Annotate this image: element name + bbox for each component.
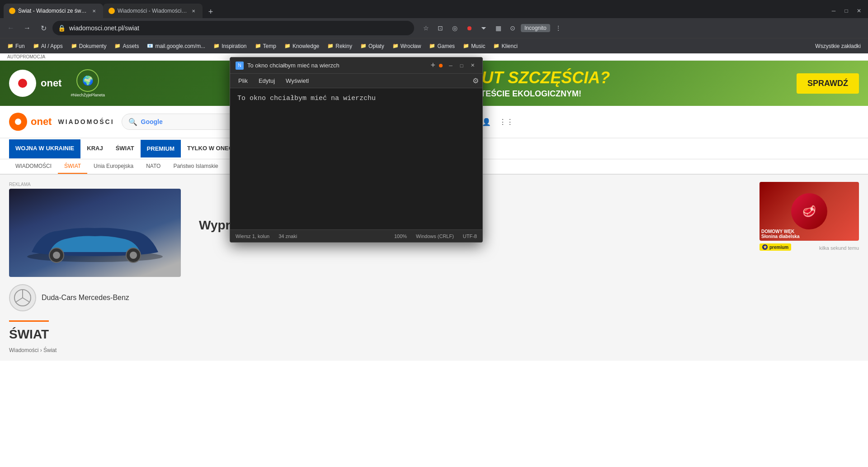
bookmark-assets-label: Assets — [123, 43, 139, 49]
notepad-new-tab-button[interactable]: + — [430, 61, 435, 70]
bookmark-wroclaw[interactable]: 📁 Wrocław — [389, 41, 425, 51]
profile-button[interactable]: ⊙ — [506, 22, 519, 34]
bookmark-klienci-label: Klienci — [501, 43, 517, 49]
tab-favicon-1 — [9, 8, 15, 14]
all-bookmarks-label: Wszystkie zakładki — [815, 43, 861, 49]
bookmark-mail-label: mail.google.com/m... — [155, 43, 205, 49]
bookmark-inspiration[interactable]: 📁 Inspiration — [210, 41, 250, 51]
notepad-menu-edytuj[interactable]: Edytuj — [254, 76, 279, 86]
bookmark-games[interactable]: 📁 Games — [425, 41, 458, 51]
window-controls: ─ □ ✕ — [828, 5, 864, 18]
sub-nav-nato[interactable]: NATO — [140, 159, 167, 174]
notepad-status-row: Wiersz 1, kolun — [236, 234, 269, 239]
sub-nav-panstwo[interactable]: Państwo Islamskie — [167, 159, 224, 174]
content-left: REKLAMA — [9, 182, 181, 353]
bookmark-wroclaw-label: Wrocław — [401, 43, 421, 49]
bookmark-rekiny-label: Rekiny — [335, 43, 352, 49]
folder-icon-11: 📁 — [392, 43, 399, 49]
folder-icon-12: 📁 — [429, 43, 435, 49]
folder-icon-8: 📁 — [284, 43, 291, 49]
back-button[interactable]: ← — [4, 21, 18, 35]
content-area: AUTOPROMOCJA onet 🌍 #NiechŻyjePlaneta — [0, 53, 868, 467]
extension-icon-2[interactable]: ◎ — [448, 22, 461, 34]
sub-nav-swiat[interactable]: ŚWIAT — [58, 159, 87, 174]
notepad-title: To okno chciałbym mieć na wierzch — [247, 62, 427, 69]
nav-kraj[interactable]: KRAJ — [80, 139, 109, 158]
swiat-heading: ŚWIAT — [9, 320, 49, 343]
svg-line-7 — [15, 298, 23, 302]
sub-nav-wiadomosci[interactable]: WIADOMOŚCI — [9, 159, 58, 174]
autopromocja-label: AUTOPROMOCJA — [7, 54, 45, 59]
premium-tag-label: premium — [769, 245, 788, 250]
planet-logo: 🌍 #NiechŻyjePlaneta — [71, 69, 105, 97]
onet-website: AUTOPROMOCJA onet 🌍 #NiechŻyjePlaneta — [0, 53, 868, 467]
onet-logo-onet: onet — [31, 116, 52, 128]
premium-dot-small: ⭐ — [762, 244, 768, 250]
tab-close-2[interactable]: ✕ — [190, 7, 197, 14]
maximize-button[interactable]: □ — [841, 5, 852, 16]
notepad-menu-plik[interactable]: Plik — [234, 76, 252, 86]
sub-nav-unia[interactable]: Unia Europejska — [87, 159, 140, 174]
bookmark-assets[interactable]: 📁 Assets — [111, 41, 142, 51]
bookmark-klienci[interactable]: 📁 Klienci — [490, 41, 521, 51]
tab-title-1: Świat - Wiadomości ze świata -... — [18, 8, 88, 14]
notepad-menu-wyswietl[interactable]: Wyświetl — [281, 76, 313, 86]
minimize-button[interactable]: ─ — [828, 5, 839, 16]
forward-button[interactable]: → — [20, 21, 34, 35]
address-bar[interactable]: 🔒 wiadomosci.onet.pl/swiat — [52, 21, 414, 35]
folder-icon: 📁 — [7, 43, 14, 49]
new-tab-button[interactable]: + — [204, 5, 217, 18]
folder-icon-14: 📁 — [493, 43, 500, 49]
bookmark-temp[interactable]: 📁 Temp — [251, 41, 280, 51]
bookmark-oplaty[interactable]: 📁 Opłaty — [357, 41, 388, 51]
nav-premium[interactable]: PREMIUM — [141, 140, 181, 157]
onet-logo-white: onet — [9, 70, 61, 97]
tab-close-1[interactable]: ✕ — [90, 7, 98, 14]
grid-icon[interactable]: ⋮⋮ — [498, 114, 514, 130]
close-button[interactable]: ✕ — [854, 5, 864, 16]
tab-2[interactable]: Wiadomości - Wiadomości w O... ✕ — [103, 4, 203, 18]
reload-button[interactable]: ↻ — [36, 21, 51, 35]
bookmark-mail[interactable]: 📧 mail.google.com/m... — [143, 41, 209, 51]
svg-point-2 — [53, 252, 60, 259]
notepad-maximize-button[interactable]: □ — [457, 61, 466, 70]
bookmark-ai-apps[interactable]: 📁 AI / Apps — [29, 41, 66, 51]
folder-icon-2: 📁 — [33, 43, 39, 49]
menu-button[interactable]: ⋮ — [552, 22, 565, 34]
search-icon: 🔍 — [128, 118, 137, 126]
notepad-content: To okno chciałbym mieć na wierzchu — [237, 94, 475, 104]
onet-dot — [18, 79, 27, 88]
notepad-menubar: Plik Edytuj Wyświetl ⚙ — [230, 74, 482, 88]
mercedes-name: Duda-Cars Mercedes-Benz — [42, 294, 129, 302]
nav-ukraine[interactable]: WOJNA W UKRAINIE — [9, 139, 80, 158]
breadcrumb: Wiadomości › Świat — [9, 347, 181, 353]
tab-1[interactable]: Świat - Wiadomości ze świata -... ✕ — [4, 4, 103, 18]
notepad-settings-icon[interactable]: ⚙ — [472, 76, 479, 85]
notepad-titlebar: N To okno chciałbym mieć na wierzch + ─ … — [230, 57, 482, 74]
extension-icon-1[interactable]: ⊡ — [434, 22, 447, 34]
svg-line-8 — [23, 298, 30, 302]
bookmark-fun[interactable]: 📁 Fun — [4, 41, 28, 51]
folder-icon-13: 📁 — [463, 43, 469, 49]
notepad-menu-wyswietl-label: Wyświetl — [286, 77, 309, 84]
notepad-window: N To okno chciałbym mieć na wierzch + ─ … — [230, 57, 483, 243]
extension-icon-3[interactable]: ⏺ — [463, 22, 476, 34]
notepad-close-button[interactable]: ✕ — [468, 61, 477, 70]
onet-orange-circle — [9, 113, 27, 131]
all-bookmarks[interactable]: Wszystkie zakładki — [811, 41, 864, 51]
nav-swiat[interactable]: ŚWIAT — [109, 139, 141, 158]
tab-favicon-2 — [108, 8, 115, 14]
bookmark-star-icon[interactable]: ☆ — [420, 22, 432, 34]
bookmark-knowledge[interactable]: 📁 Knowledge — [281, 41, 323, 51]
bookmark-music[interactable]: 📁 Music — [459, 41, 489, 51]
car-ad-image — [9, 189, 181, 277]
notepad-minimize-button[interactable]: ─ — [446, 61, 455, 70]
extension-icon-5[interactable]: ▦ — [492, 22, 505, 34]
address-text: wiadomosci.onet.pl/swiat — [69, 24, 409, 32]
bookmark-rekiny[interactable]: 📁 Rekiny — [324, 41, 356, 51]
bookmark-dokumenty[interactable]: 📁 Dokumenty — [67, 41, 110, 51]
nav-swiat-label: ŚWIAT — [116, 145, 134, 152]
notepad-body[interactable]: To okno chciałbym mieć na wierzchu — [230, 88, 482, 229]
extension-icon-4[interactable]: ⏷ — [477, 22, 490, 34]
banner-sprawdz-button[interactable]: SPRAWDŹ — [797, 73, 859, 94]
